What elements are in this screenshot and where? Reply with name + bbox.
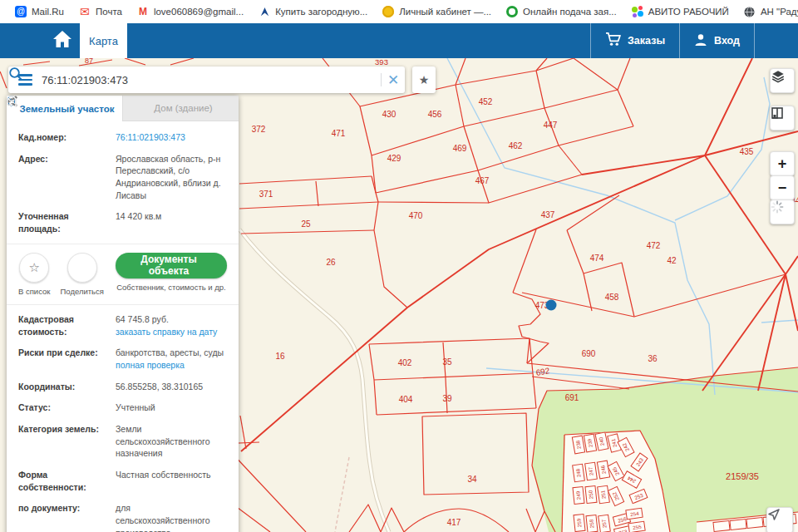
detail-row: Риски при сделке:банкротства, аресты, су… (18, 347, 227, 371)
home-button[interactable] (50, 23, 75, 58)
detail-link[interactable]: заказать справку на дату (116, 326, 227, 338)
object-documents-caption: Собственник, стоимость и др. (116, 283, 226, 292)
detail-link[interactable]: полная проверка (116, 359, 227, 372)
globe-icon (744, 6, 756, 17)
loading-spinner-button[interactable] (770, 200, 795, 224)
cad-number-row: Кад.номер: 76:11:021903:473 (18, 131, 227, 144)
mailru-icon: @ (15, 6, 27, 17)
detail-row: по документу:для сельскохозяйственного п… (18, 502, 227, 532)
bookmark-online[interactable]: Онлайн подача зая... (500, 3, 623, 20)
bookmark-label: АВИТО РАБОЧИЙ (648, 7, 729, 17)
area-row: Уточненная площадь: 14 420 кв.м (18, 210, 227, 234)
share-caption: Поделиться (60, 287, 103, 296)
search-input[interactable] (42, 74, 357, 86)
divider (7, 304, 239, 305)
map-canvas[interactable]: 8739337247143045645244746246942943546737… (0, 58, 798, 532)
detail-value: Учтенный (116, 401, 227, 414)
tab-building[interactable]: Дом (здание) (122, 96, 239, 121)
bookmark-raduga[interactable]: АН "Радуга" (737, 3, 798, 20)
parcel-info-panel: Земельный участок Дом (здание) Кад.номер… (7, 96, 239, 532)
green-ring-icon (506, 6, 518, 17)
orders-button[interactable]: Заказы (590, 23, 679, 58)
arrow-logo-icon (259, 6, 270, 17)
object-documents-button[interactable]: Документы объекта (116, 253, 227, 278)
orders-label: Заказы (628, 35, 665, 47)
panel-actions: ☆ В список Поделиться Документы объекта (18, 253, 227, 296)
tab-land-parcel[interactable]: Земельный участок (7, 96, 122, 121)
detail-label: по документу: (18, 502, 116, 532)
area-label: Уточненная площадь: (18, 210, 116, 234)
navbar-spacer (754, 23, 798, 58)
detail-row: Статус:Учтенный (18, 401, 227, 414)
bookmark-gmail[interactable]: M love060869@gmail... (131, 3, 250, 20)
cad-number-label: Кад.номер: (18, 131, 116, 144)
detail-value: банкротства, аресты, судыполная проверка (116, 347, 227, 371)
search-icon[interactable] (357, 66, 381, 93)
bookmark-label: Mail.Ru (32, 7, 64, 17)
detail-row: Кадастровая стоимость:64 745.8 руб.заказ… (18, 313, 227, 337)
locate-button[interactable] (766, 507, 793, 532)
area-value: 14 420 кв.м (116, 210, 227, 234)
detail-value: 56.855258, 38.310165 (116, 381, 227, 393)
bookmark-lk[interactable]: Личный кабинет —... (376, 3, 498, 20)
bookmark-label: Купить загородную... (275, 7, 367, 17)
gmail-icon: M (137, 6, 149, 17)
cad-number-value[interactable]: 76:11:021903:473 (116, 131, 227, 144)
parcel-details: Кадастровая стоимость:64 745.8 руб.заказ… (18, 313, 227, 532)
bookmark-mailru[interactable]: @ Mail.Ru (8, 3, 71, 20)
bookmark-pochta[interactable]: ✉ Почта (72, 3, 129, 20)
bookmark-label: Личный кабинет —... (399, 7, 491, 17)
add-to-list-caption: В список (18, 287, 50, 296)
detail-row: Координаты:56.855258, 38.310165 (18, 381, 227, 393)
tab-building-label: Дом (здание) (154, 103, 212, 113)
yellow-circle-icon (382, 6, 394, 17)
detail-label: Риски при сделке: (18, 347, 116, 371)
site-navbar: Карта Заказы Вход (0, 23, 798, 58)
zoom-in-button[interactable]: + (770, 151, 795, 176)
divider (7, 244, 239, 244)
bookmark-label: АН "Радуга" (761, 7, 798, 17)
detail-row: Форма собственности:Частная собственност… (18, 469, 227, 493)
login-label: Вход (714, 35, 740, 47)
layers-button[interactable] (770, 68, 795, 93)
login-button[interactable]: Вход (679, 23, 754, 58)
zoom-out-button[interactable]: − (770, 175, 795, 200)
tab-map[interactable]: Карта (80, 23, 127, 58)
tab-land-parcel-label: Земельный участок (20, 104, 115, 114)
detail-label: Категория земель: (18, 423, 116, 460)
bookmarks-bar: @ Mail.Ru ✉ Почта M love060869@gmail... … (0, 0, 798, 23)
bookmark-label: love060869@gmail... (154, 7, 244, 17)
address-value: Ярославская область, р-н Переславский, с… (116, 153, 227, 202)
person-icon (694, 33, 707, 49)
detail-value: 64 745.8 руб.заказать справку на дату (116, 313, 227, 337)
clear-search-icon[interactable]: ✕ (382, 66, 405, 93)
bookmark-label: Почта (96, 7, 122, 17)
detail-label: Координаты: (18, 381, 116, 393)
cart-icon (605, 32, 621, 49)
mail-envelope-icon: ✉ (79, 6, 91, 17)
address-label: Адрес: (18, 153, 116, 202)
star-icon: ★ (419, 73, 430, 86)
bookmark-label: Онлайн подача зая... (523, 7, 617, 17)
avito-dots-icon (632, 6, 643, 17)
detail-value: Частная собственность (116, 469, 227, 493)
detail-label: Кадастровая стоимость: (18, 313, 116, 337)
bookmark-kupit[interactable]: Купить загородную... (252, 3, 374, 20)
detail-value: Земли сельскохозяйственного назначения (116, 423, 227, 460)
detail-label: Форма собственности: (18, 469, 116, 493)
search-bar: ✕ (8, 66, 405, 93)
favorite-star-button[interactable]: ★ (412, 66, 436, 93)
object-documents-label: Документы объекта (126, 254, 211, 277)
add-to-list-button[interactable]: ☆ (19, 253, 49, 283)
star-outline-icon: ☆ (29, 260, 40, 275)
detail-value: для сельскохозяйственного производства (116, 502, 227, 532)
address-row: Адрес: Ярославская область, р-н Переслав… (18, 153, 227, 202)
detail-label: Статус: (18, 401, 116, 414)
bookmark-avito[interactable]: АВИТО РАБОЧИЙ (625, 3, 736, 20)
home-icon (52, 30, 72, 52)
share-button[interactable] (67, 253, 97, 283)
legend-book-button[interactable] (770, 106, 795, 131)
detail-row: Категория земель:Земли сельскохозяйствен… (18, 423, 227, 460)
